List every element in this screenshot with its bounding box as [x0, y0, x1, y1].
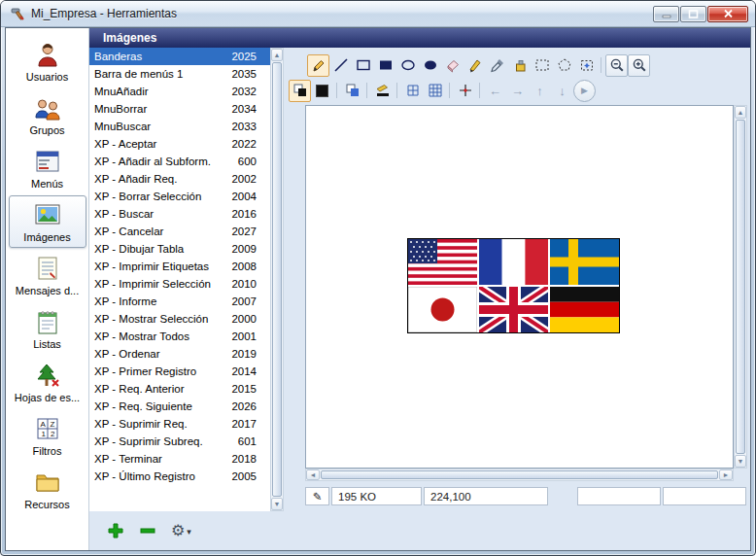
filled-ellipse-tool-button[interactable] — [419, 54, 441, 77]
list-item[interactable]: XP - Imprimir Etiquetas 2008 — [89, 258, 270, 275]
sidebar-item-filtros[interactable]: A Z 1 2 Filtros — [9, 409, 86, 462]
eyedropper-icon — [490, 57, 505, 73]
crosshair-button[interactable] — [454, 80, 476, 102]
eyedropper-tool-button[interactable] — [486, 54, 508, 77]
filled-ellipse-icon — [423, 57, 438, 73]
list-item[interactable]: XP - Terminar 2018 — [89, 450, 270, 468]
remove-image-button[interactable] — [139, 522, 156, 539]
fg-color-swatch[interactable] — [311, 80, 333, 102]
svg-text:A: A — [40, 420, 46, 429]
image-name: XP - Mostrar Selección — [94, 313, 222, 325]
image-canvas[interactable] — [305, 105, 734, 469]
filled-rect-tool-button[interactable] — [374, 54, 396, 77]
maximize-button[interactable] — [680, 6, 706, 22]
scroll-down-button[interactable]: ▼ — [735, 455, 746, 468]
sidebar-item-listas[interactable]: Listas — [9, 302, 86, 355]
list-item[interactable]: Barra de menús 1 2035 — [89, 65, 270, 83]
list-item[interactable]: XP - Req. Siguiente 2026 — [89, 398, 270, 415]
canvas-vscrollbar[interactable]: ▲ ▼ — [734, 105, 747, 469]
list-item[interactable]: MnuBuscar 2033 — [89, 118, 270, 135]
sidebar-item-usuarios[interactable]: Usuarios — [9, 35, 86, 87]
image-id: 2002 — [222, 173, 257, 185]
minimize-button[interactable] — [653, 6, 679, 22]
ellipse-tool-button[interactable] — [396, 54, 419, 77]
canvas-hscrollbar[interactable]: ◄ ► — [305, 469, 734, 481]
status-pencil-icon: ✎ — [313, 490, 323, 504]
grid-small-button[interactable] — [401, 80, 424, 102]
list-item[interactable]: XP - Ordenar 2019 — [89, 345, 270, 363]
scroll-thumb[interactable] — [272, 62, 282, 497]
list-item[interactable]: XP - Añadir Req. 2002 — [89, 170, 270, 188]
line-tool-button[interactable] — [329, 54, 352, 77]
grid-large-button[interactable] — [424, 80, 446, 102]
scroll-right-button[interactable]: ► — [719, 469, 733, 480]
fill-tool-button[interactable] — [508, 54, 531, 77]
nudge-left-button[interactable]: ← — [484, 80, 506, 102]
list-item[interactable]: XP - Informe 2007 — [89, 293, 270, 310]
list-item[interactable]: XP - Req. Anterior 2015 — [89, 380, 270, 398]
sidebar-item-recursos[interactable]: Recursos — [9, 463, 86, 515]
close-button[interactable] — [707, 6, 748, 22]
sidebar-item-label: Imágenes — [23, 231, 70, 243]
list-item[interactable]: XP - Último Registro 2005 — [89, 468, 270, 485]
pencil-tool-button[interactable] — [307, 54, 329, 77]
eraser-tool-button[interactable] — [441, 54, 464, 77]
sidebar-item-menus[interactable]: Menús — [9, 142, 86, 194]
select-lasso-tool-button[interactable] — [553, 54, 575, 77]
sidebar-item-mensajes[interactable]: Mensajes d... — [9, 249, 86, 301]
settings-menu-button[interactable]: ⚙ ▾ — [171, 523, 191, 539]
nudge-right-button[interactable]: → — [506, 80, 529, 102]
list-scrollbar[interactable]: ▲ ▼ — [270, 48, 284, 511]
rect-tool-button[interactable] — [352, 54, 374, 77]
image-name: XP - Imprimir Etiquetas — [94, 261, 222, 272]
recursos-icon — [34, 469, 61, 496]
scroll-thumb[interactable] — [736, 120, 745, 454]
list-item[interactable]: XP - Dibujar Tabla 2009 — [89, 240, 270, 258]
flag-uk — [479, 287, 548, 332]
select-rect-tool-button[interactable] — [531, 54, 553, 77]
list-item[interactable]: XP - Mostrar Selección 2000 — [89, 310, 270, 328]
zoom-in-icon — [632, 57, 647, 73]
list-item[interactable]: MnuBorrar 2034 — [89, 100, 270, 118]
scroll-down-button[interactable]: ▼ — [271, 498, 283, 510]
scroll-left-button[interactable]: ◄ — [306, 469, 320, 480]
list-item[interactable]: XP - Primer Registro 2014 — [89, 363, 270, 380]
list-item[interactable]: XP - Aceptar 2022 — [89, 135, 270, 153]
zoom-out-button[interactable] — [605, 54, 628, 77]
transparent-color-button[interactable] — [341, 80, 363, 102]
image-id: 2034 — [222, 103, 257, 115]
toolbar-separator — [476, 81, 484, 100]
image-name: XP - Cancelar — [94, 226, 222, 237]
list-item[interactable]: XP - Buscar 2016 — [89, 205, 270, 223]
list-item[interactable]: MnuAñadir 2032 — [89, 83, 270, 100]
image-id: 2014 — [222, 365, 257, 377]
image-id: 2010 — [222, 278, 257, 290]
toolbar-separator — [333, 81, 341, 100]
list-item[interactable]: XP - Añadir al Subform. 600 — [89, 153, 270, 170]
sidebar-item-label: Listas — [33, 338, 61, 350]
list-item[interactable]: XP - Imprimir Selección 2010 — [89, 275, 270, 293]
sidebar-item-hojas[interactable]: Hojas de es... — [9, 356, 86, 408]
list-item[interactable]: XP - Borrar Selección 2004 — [89, 188, 270, 205]
scroll-up-button[interactable]: ▲ — [271, 49, 283, 61]
eraser-icon — [445, 57, 461, 73]
list-item[interactable]: XP - Suprimir Subreq. 601 — [89, 433, 270, 450]
select-wand-tool-button[interactable] — [575, 54, 598, 77]
add-image-button[interactable] — [107, 522, 124, 539]
line-width-button[interactable] — [371, 80, 394, 102]
svg-text:1: 1 — [41, 430, 46, 438]
list-item[interactable]: XP - Mostrar Todos 2001 — [89, 328, 270, 345]
play-button[interactable]: ▶ — [573, 80, 596, 102]
marker-tool-button[interactable] — [464, 54, 486, 77]
zoom-in-button[interactable] — [628, 54, 650, 77]
scroll-thumb[interactable] — [321, 470, 718, 479]
list-item[interactable]: XP - Cancelar 2027 — [89, 223, 270, 240]
sidebar-item-imagenes[interactable]: Imágenes — [9, 195, 86, 248]
list-item[interactable]: XP - Suprimir Req. 2017 — [89, 415, 270, 433]
list-item[interactable]: Banderas 2025 — [89, 48, 270, 65]
nudge-up-button[interactable]: ↑ — [529, 80, 551, 102]
sidebar-item-grupos[interactable]: Grupos — [9, 88, 86, 141]
nudge-down-button[interactable]: ↓ — [551, 80, 573, 102]
scroll-up-button[interactable]: ▲ — [735, 106, 746, 119]
color-mode-button[interactable] — [289, 80, 311, 102]
